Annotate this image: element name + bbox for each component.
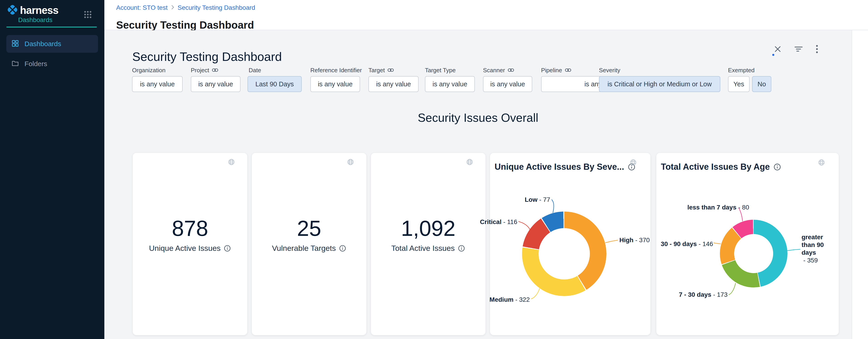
slice-label-greater-than-90-days: greater than 90 days - 359 [802,233,827,264]
link-icon [565,67,571,74]
stat-card-unique-active-issues: 878 Unique Active Issues [133,153,247,335]
info-icon[interactable] [224,245,231,252]
globe-icon[interactable] [818,159,825,167]
module-label: Dashboards [18,16,53,24]
globe-icon[interactable] [466,158,473,167]
stat-label: Vulnerable Targets [252,244,366,253]
slice-label-medium: Medium - 322 [490,296,530,303]
link-icon [508,67,514,74]
dashboard-panel: Security Testing Dashboard Organizatio [104,30,852,339]
stat-label: Unique Active Issues [133,244,247,253]
topbar: Account: STO test Security Testing Dashb… [104,0,868,30]
globe-icon[interactable] [347,158,354,167]
filter-project: Project is any value [191,66,241,92]
filter-label: Exempted [728,67,754,74]
filter-label: Date [249,67,261,74]
logo-text: harness [20,4,58,16]
breadcrumb-page-link[interactable]: Security Testing Dashboard [178,4,255,11]
folder-icon [11,59,19,68]
filter-target: Target is any value [368,66,418,92]
slice-label-high: High - 370 [619,236,650,244]
dashboards-icon [11,39,19,48]
stat-card-vulnerable-targets: 25 Vulnerable Targets [252,153,366,335]
filter-label: Target Type [425,67,456,74]
info-icon[interactable] [773,163,781,171]
filter-reference-identifier-value[interactable]: is any value [310,76,360,92]
filter-scanner-value[interactable]: is any value [483,76,532,92]
page-title: Security Testing Dashboard [116,19,254,31]
filter-severity-value[interactable]: is Critical or High or Medium or Low [599,76,720,92]
apps-grid-icon[interactable] [84,10,92,19]
filter-severity: Severity is Critical or High or Medium o… [599,66,720,92]
stat-value: 878 [133,217,247,240]
chart-title: Total Active Issues By Age [661,162,781,172]
stat-value: 25 [252,217,366,240]
filter-target-type: Target Type is any value [425,66,475,92]
exempted-no-button[interactable]: No [752,76,771,92]
breadcrumb: Account: STO test Security Testing Dashb… [116,4,255,11]
info-icon[interactable] [458,245,465,252]
filter-label: Scanner [483,67,505,74]
globe-icon[interactable] [228,158,235,167]
kebab-menu-icon[interactable] [816,45,818,53]
filter-target-type-value[interactable]: is any value [425,76,475,92]
info-icon[interactable] [339,245,346,252]
filter-label: Reference Identifier [310,67,362,74]
filter-target-value[interactable]: is any value [368,76,418,92]
sidebar-divider [6,27,97,28]
slice-label-30-90-days: 30 - 90 days - 146 [661,241,713,248]
filter-label: Pipeline [541,67,562,74]
filter-organization: Organization is any value [132,66,183,92]
filter-exempted: Exempted Yes No [728,66,771,92]
filter-reference-identifier: Reference Identifier is any value [310,66,362,92]
harness-logo[interactable]: harness [7,4,58,16]
stat-card-total-active-issues: 1,092 Total Active Issues [371,153,486,335]
link-icon [388,67,394,74]
chart-title: Unique Active Issues By Seve... [495,162,636,172]
exempted-yes-button[interactable]: Yes [728,76,750,92]
filter-label: Target [368,67,385,74]
globe-icon[interactable] [629,159,637,167]
chevron-right-icon [171,4,175,11]
severity-donut-chart[interactable] [522,211,607,296]
filter-project-value[interactable]: is any value [191,76,241,92]
sidebar: harness Dashboards Dash [0,0,104,339]
filter-scanner: Scanner is any value [483,66,532,92]
chart-card-issues-by-severity: Unique Active Issues By Seve... Low - 77… [490,153,650,335]
filter-date-value[interactable]: Last 90 Days [248,76,302,92]
sidebar-item-dashboards[interactable]: Dashboards [6,35,98,53]
filter-icon[interactable] [795,46,803,53]
cursor-dot [772,54,774,56]
harness-logo-icon [7,4,18,16]
age-donut-chart[interactable] [720,220,787,287]
stat-label: Total Active Issues [371,244,486,253]
link-icon [212,67,218,74]
filter-organization-value[interactable]: is any value [132,76,183,92]
chart-card-issues-by-age: Total Active Issues By Age less than 7 d… [656,153,839,335]
sidebar-item-label: Dashboards [25,40,61,48]
filter-label: Organization [132,67,165,74]
slice-label-low: Low - 77 [525,196,550,203]
exempted-toggle: Yes No [728,74,771,92]
filter-label: Project [191,67,209,74]
slice-label-less-than-7-days: less than 7 days - 80 [687,204,749,211]
sidebar-item-folders[interactable]: Folders [6,57,98,71]
sidebar-item-label: Folders [25,60,47,68]
stat-value: 1,092 [371,217,486,240]
filter-date: Date Last 90 Days [248,66,302,92]
filter-label: Severity [599,67,620,74]
breadcrumb-account-link[interactable]: Account: STO test [116,4,168,11]
section-title: Security Issues Overall [104,111,852,124]
screen: harness Dashboards Dash [0,0,868,339]
dashboard-title: Security Testing Dashboard [132,50,282,64]
slice-label-critical: Critical - 116 [480,218,517,226]
close-icon[interactable] [774,46,781,53]
panel-actions [774,45,818,53]
slice-label-7-30-days: 7 - 30 days - 173 [679,291,727,298]
